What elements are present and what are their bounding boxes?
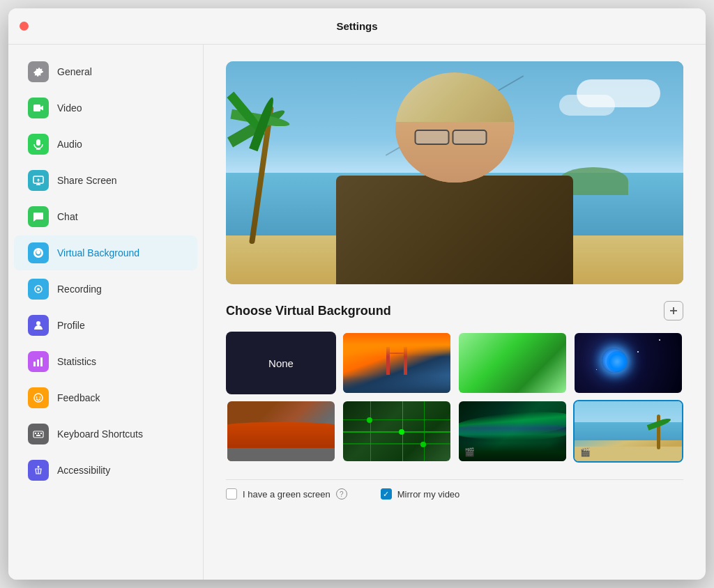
sidebar-item-feedback[interactable]: Feedback <box>14 380 197 415</box>
bridge-water <box>343 375 450 393</box>
sidebar-item-virtual-background[interactable]: Virtual Background <box>14 235 197 270</box>
svg-point-14 <box>40 396 41 398</box>
svg-rect-0 <box>33 105 40 111</box>
content-area: General Video <box>8 45 706 580</box>
virtual-background-icon <box>28 242 49 263</box>
video-preview <box>226 61 683 284</box>
svg-point-8 <box>36 321 40 325</box>
sidebar-label-statistics: Statistics <box>57 356 96 367</box>
sidebar: General Video <box>8 45 204 580</box>
choose-section: Choose Virtual Background None <box>226 301 683 508</box>
svg-rect-10 <box>37 359 39 366</box>
preview-frame <box>226 61 683 284</box>
bridge-sunset <box>343 333 450 357</box>
bg-space[interactable] <box>573 332 683 394</box>
bg-bridge[interactable] <box>342 332 452 394</box>
sidebar-item-video[interactable]: Video <box>14 91 197 125</box>
sidebar-item-recording[interactable]: Recording <box>14 272 197 307</box>
aurora-wave-2 <box>459 422 566 440</box>
circuit-node-2 <box>399 429 404 435</box>
background-grid: None <box>226 332 683 463</box>
bg-circuit[interactable] <box>342 400 452 463</box>
person-container <box>322 72 587 284</box>
track-oval <box>227 422 335 449</box>
mirror-checkbox[interactable]: ✓ <box>381 488 392 500</box>
sidebar-item-profile[interactable]: Profile <box>14 308 197 343</box>
close-button[interactable] <box>20 22 29 31</box>
bg-track[interactable] <box>226 400 336 463</box>
window-title: Settings <box>336 20 377 32</box>
beach-video-icon: 🎬 <box>580 447 591 457</box>
space-orb <box>602 348 626 373</box>
sidebar-item-chat[interactable]: Chat <box>14 199 197 234</box>
bg-none[interactable]: None <box>226 332 336 394</box>
circuit-node-3 <box>420 442 426 447</box>
green-screen-label: I have a green screen <box>243 489 331 500</box>
feedback-icon <box>28 387 49 408</box>
bg-grass[interactable] <box>457 332 568 394</box>
green-screen-help-icon[interactable]: ? <box>336 488 347 500</box>
svg-rect-19 <box>36 435 40 436</box>
sidebar-label-share-screen: Share Screen <box>57 175 117 186</box>
sidebar-label-audio: Audio <box>57 139 82 150</box>
sidebar-item-statistics[interactable]: Statistics <box>14 344 197 379</box>
sidebar-label-accessibility: Accessibility <box>57 465 110 476</box>
settings-window: Settings General <box>8 8 706 580</box>
beach-sand-thumbnail <box>575 447 682 462</box>
glasses-right <box>453 130 487 145</box>
bottom-options: I have a green screen ? ✓ Mirror my vide… <box>226 479 683 508</box>
svg-point-7 <box>37 288 40 291</box>
person-head <box>395 72 514 183</box>
glasses-left <box>415 130 450 145</box>
circuit-h2 <box>343 431 450 433</box>
circuit-node-1 <box>367 417 372 423</box>
mirror-label: Mirror my video <box>397 489 460 500</box>
chat-icon <box>28 206 49 227</box>
svg-rect-9 <box>33 362 36 366</box>
star-3 <box>596 369 597 370</box>
section-title: Choose Virtual Background <box>226 304 391 318</box>
choose-header: Choose Virtual Background <box>226 301 683 320</box>
svg-point-5 <box>36 250 40 254</box>
accessibility-icon <box>28 460 49 481</box>
sidebar-label-feedback: Feedback <box>57 392 100 403</box>
aurora-video-icon: 🎬 <box>464 447 475 457</box>
sidebar-item-audio[interactable]: Audio <box>14 127 197 162</box>
svg-rect-11 <box>40 357 43 366</box>
green-screen-option: I have a green screen ? <box>226 488 347 500</box>
svg-point-13 <box>36 396 38 398</box>
green-screen-checkbox[interactable] <box>226 488 237 500</box>
svg-rect-1 <box>36 139 40 146</box>
statistics-icon <box>28 351 49 372</box>
star-2 <box>637 351 639 353</box>
circuit-v1 <box>370 401 372 461</box>
aurora-trees <box>459 443 566 461</box>
person-body <box>336 176 573 284</box>
general-icon <box>28 61 49 82</box>
svg-rect-16 <box>35 433 36 434</box>
bg-beach[interactable]: 🎬 <box>573 400 683 463</box>
person-hair <box>395 72 514 127</box>
svg-point-20 <box>38 466 40 468</box>
sidebar-item-accessibility[interactable]: Accessibility <box>14 453 197 488</box>
bg-aurora[interactable]: 🎬 <box>457 400 568 463</box>
beach-sea <box>575 422 682 440</box>
star-1 <box>659 339 660 341</box>
svg-rect-15 <box>33 431 43 438</box>
svg-rect-18 <box>40 433 42 434</box>
video-icon <box>28 98 49 118</box>
circuit-v3 <box>424 401 425 461</box>
sidebar-label-video: Video <box>57 102 82 114</box>
sidebar-item-general[interactable]: General <box>14 54 197 89</box>
svg-rect-17 <box>38 433 39 434</box>
sidebar-item-share-screen[interactable]: Share Screen <box>14 163 197 198</box>
circuit-h3 <box>343 443 450 444</box>
titlebar: Settings <box>8 8 706 45</box>
sidebar-label-profile: Profile <box>57 320 85 331</box>
profile-icon <box>28 315 49 336</box>
sidebar-label-keyboard-shortcuts: Keyboard Shortcuts <box>57 428 143 440</box>
sidebar-item-keyboard-shortcuts[interactable]: Keyboard Shortcuts <box>14 417 197 451</box>
sidebar-label-virtual-background: Virtual Background <box>57 247 139 258</box>
add-background-button[interactable] <box>664 301 683 320</box>
sidebar-label-general: General <box>57 66 92 77</box>
